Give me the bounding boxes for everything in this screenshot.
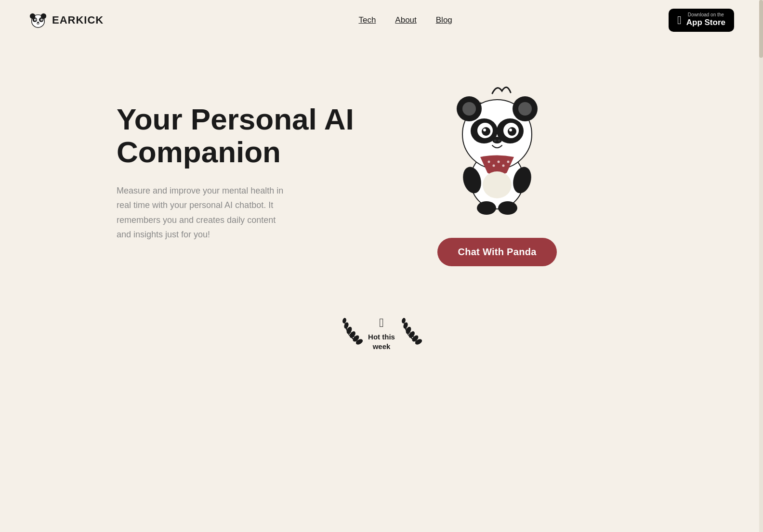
- svg-point-29: [483, 129, 486, 131]
- nav-links: Tech About Blog: [358, 15, 452, 25]
- nav-center: Tech About Blog: [320, 15, 452, 25]
- hero-left: Your Personal AI Companion Measure and i…: [117, 103, 367, 242]
- nav-link-about[interactable]: About: [395, 15, 416, 25]
- svg-point-51: [402, 318, 406, 323]
- svg-point-20: [518, 102, 532, 116]
- badge-section:  Hot thisweek: [0, 314, 763, 381]
- scrollbar-track[interactable]: [759, 0, 763, 532]
- svg-point-37: [502, 165, 505, 167]
- hero-right: ★: [367, 79, 656, 266]
- svg-point-18: [462, 102, 476, 116]
- svg-point-27: [482, 127, 490, 136]
- app-store-small-text: Download on the: [686, 13, 725, 17]
- badge-inner:  Hot thisweek: [368, 315, 395, 351]
- svg-point-33: [498, 140, 500, 142]
- nav-link-blog[interactable]: Blog: [436, 15, 452, 25]
- panda-illustration: ★: [444, 79, 550, 223]
- hero-title: Your Personal AI Companion: [117, 103, 367, 169]
- svg-point-35: [493, 165, 495, 167]
- logo-text: EARKICK: [52, 14, 104, 26]
- svg-point-30: [509, 129, 512, 131]
- svg-point-28: [508, 127, 516, 136]
- svg-point-36: [498, 161, 500, 163]
- svg-point-34: [488, 161, 490, 163]
- navbar: EARKICK Tech About Blog  Download on th…: [0, 0, 763, 40]
- badge-apple-icon: : [379, 315, 384, 330]
- svg-point-39: [483, 171, 512, 198]
- svg-point-15: [498, 201, 517, 215]
- hero-section: Your Personal AI Companion Measure and i…: [68, 40, 695, 285]
- svg-point-8: [41, 19, 42, 20]
- hero-description: Measure and improve your mental health i…: [117, 183, 290, 242]
- svg-point-7: [35, 19, 36, 20]
- svg-point-14: [477, 201, 496, 215]
- svg-point-31: [492, 137, 502, 143]
- scrollbar-thumb[interactable]: [759, 0, 763, 58]
- app-store-large-text: App Store: [686, 17, 725, 28]
- hot-this-week-text: Hot thisweek: [368, 332, 395, 351]
- svg-point-38: [507, 161, 510, 163]
- chat-with-panda-button[interactable]: Chat With Panda: [437, 238, 556, 266]
- nav-link-tech[interactable]: Tech: [358, 15, 376, 25]
- svg-point-32: [494, 140, 497, 142]
- svg-point-9: [37, 22, 39, 23]
- logo-area[interactable]: EARKICK: [29, 11, 104, 29]
- svg-point-45: [342, 318, 346, 323]
- laurel-left-icon: [339, 314, 365, 352]
- apple-logo-icon: : [677, 14, 682, 26]
- logo-icon: [29, 11, 47, 29]
- app-store-button[interactable]:  Download on the App Store: [669, 9, 734, 32]
- hot-this-week-badge:  Hot thisweek: [339, 314, 424, 352]
- laurel-right-icon: [398, 314, 424, 352]
